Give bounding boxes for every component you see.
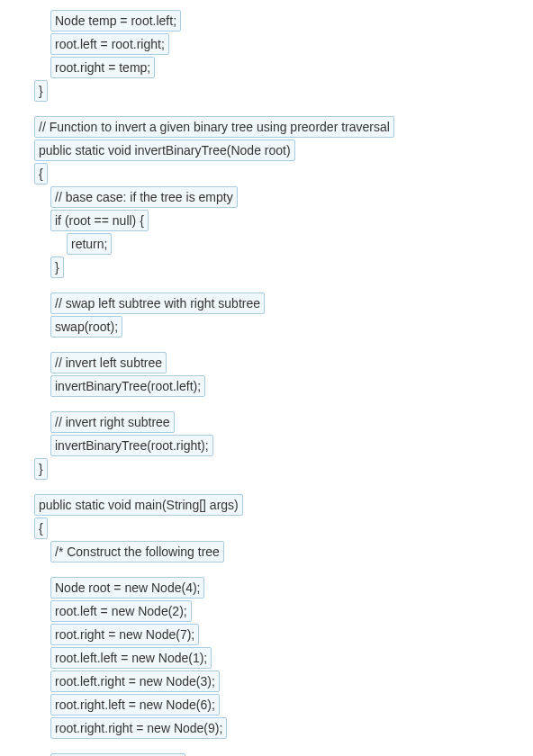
code-token: invertBinaryTree(root.left);	[50, 375, 205, 397]
code-token: {	[34, 518, 48, 539]
code-line: {	[18, 517, 515, 540]
code-token: root.right.right = new Node(9);	[50, 717, 227, 739]
code-line: // swap left subtree with right subtree	[18, 292, 515, 315]
code-token: Node temp = root.left;	[50, 10, 181, 32]
code-line: // invert right subtree	[18, 410, 515, 434]
code-line: invertBinaryTree(root);	[18, 752, 515, 756]
code-line: if (root == null) {	[18, 209, 515, 232]
code-token: root.left.right = new Node(3);	[50, 670, 220, 692]
code-token: // swap left subtree with right subtree	[50, 292, 265, 314]
code-token: root.right = temp;	[50, 57, 155, 78]
code-token: }	[34, 80, 48, 102]
code-token: root.left.left = new Node(1);	[50, 647, 212, 669]
code-line: public static void main(String[] args)	[18, 493, 515, 517]
code-block: Node temp = root.left;root.left = root.r…	[18, 9, 515, 103]
code-token: invertBinaryTree(root.right);	[50, 435, 213, 456]
code-token: root.left = new Node(2);	[50, 600, 192, 622]
code-token: swap(root);	[50, 316, 122, 338]
code-line: {	[18, 162, 515, 185]
code-block: invertBinaryTree(root);preorder(root);}}	[18, 752, 515, 756]
code-token: // Function to invert a given binary tre…	[34, 116, 394, 138]
code-line: return;	[18, 232, 515, 256]
code-token: return;	[67, 233, 112, 255]
code-line: swap(root);	[18, 315, 515, 338]
code-line: invertBinaryTree(root.right);	[18, 434, 515, 457]
code-line: root.left = new Node(2);	[18, 599, 515, 623]
code-token: public static void invertBinaryTree(Node…	[34, 140, 295, 161]
code-line: root.right = temp;	[18, 56, 515, 79]
code-block: // invert left subtreeinvertBinaryTree(r…	[18, 351, 515, 398]
code-token: }	[50, 256, 64, 278]
code-line: // base case: if the tree is empty	[18, 185, 515, 209]
code-token: {	[34, 163, 48, 184]
code-token: // invert left subtree	[50, 352, 167, 374]
code-token: /* Construct the following tree	[50, 541, 224, 562]
code-line: // Function to invert a given binary tre…	[18, 115, 515, 139]
code-line: root.left.left = new Node(1);	[18, 646, 515, 670]
code-line: root.right = new Node(7);	[18, 623, 515, 646]
code-token: }	[34, 458, 48, 480]
code-line: invertBinaryTree(root.left);	[18, 374, 515, 398]
code-line: public static void invertBinaryTree(Node…	[18, 139, 515, 162]
code-token: Node root = new Node(4);	[50, 577, 204, 598]
code-line: root.left = root.right;	[18, 32, 515, 56]
code-block: // invert right subtreeinvertBinaryTree(…	[18, 410, 515, 481]
code-line: }	[18, 256, 515, 279]
code-token: root.left = root.right;	[50, 33, 169, 55]
code-line: root.right.right = new Node(9);	[18, 716, 515, 740]
code-line: root.left.right = new Node(3);	[18, 670, 515, 693]
code-token: root.right = new Node(7);	[50, 624, 199, 645]
code-token: public static void main(String[] args)	[34, 494, 243, 516]
code-line: /* Construct the following tree	[18, 540, 515, 563]
code-block: // Function to invert a given binary tre…	[18, 115, 515, 279]
code-block: Node root = new Node(4);root.left = new …	[18, 576, 515, 740]
code-line: root.right.left = new Node(6);	[18, 693, 515, 716]
code-line: }	[18, 79, 515, 103]
code-token: root.right.left = new Node(6);	[50, 694, 220, 716]
code-block: // swap left subtree with right subtrees…	[18, 292, 515, 338]
code-token: // base case: if the tree is empty	[50, 186, 238, 208]
code-line: Node temp = root.left;	[18, 9, 515, 32]
code-token: // invert right subtree	[50, 411, 175, 433]
code-line: // invert left subtree	[18, 351, 515, 374]
code-container: Node temp = root.left;root.left = root.r…	[18, 9, 515, 756]
code-block: public static void main(String[] args){/…	[18, 493, 515, 563]
code-line: Node root = new Node(4);	[18, 576, 515, 599]
code-token: if (root == null) {	[50, 210, 149, 231]
code-line: }	[18, 457, 515, 481]
